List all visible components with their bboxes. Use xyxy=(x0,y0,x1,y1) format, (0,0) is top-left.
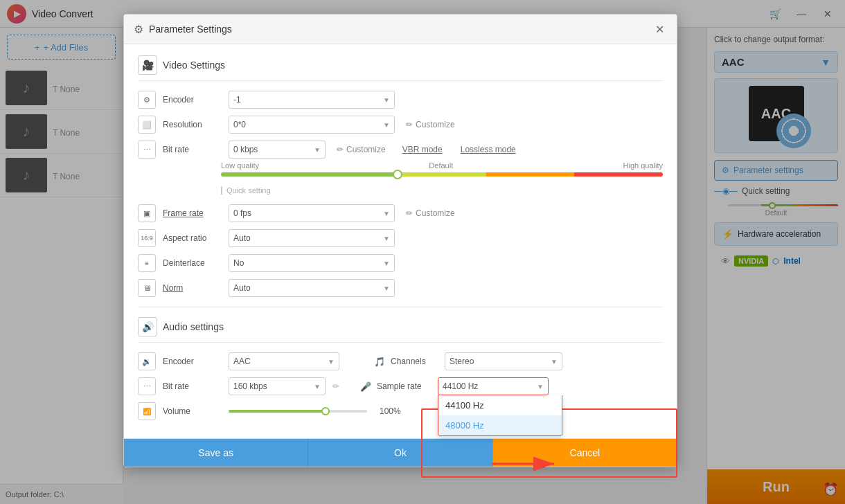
volume-label: Volume xyxy=(163,406,222,416)
audio-bitrate-row: ⋯ Bit rate 160 kbps ▼ ✏ 🎤 Sample rate 44… xyxy=(138,377,663,395)
norm-select[interactable]: Auto ▼ xyxy=(229,279,395,297)
bitrate-edit-icon[interactable]: ✏ xyxy=(332,381,339,391)
audio-encoder-label: Encoder xyxy=(163,357,222,366)
bitrate-select[interactable]: 0 kbps ▼ xyxy=(229,141,326,159)
audio-encoder-dropdown-icon: ▼ xyxy=(328,358,335,366)
volume-row: 📶 Volume 100% xyxy=(138,402,663,420)
audio-encoder-value: AAC xyxy=(233,357,251,366)
dialog-footer: Save as Ok Cancel xyxy=(124,438,677,467)
resolution-dropdown-icon: ▼ xyxy=(383,121,390,129)
aspect-ratio-icon: 16:9 xyxy=(138,229,156,247)
bitrate-label: Bit rate xyxy=(163,145,222,154)
deinterlace-row: ≡ Deinterlace No ▼ xyxy=(138,254,663,272)
frame-rate-icon: ▣ xyxy=(138,204,156,222)
resolution-label: Resolution xyxy=(163,120,222,129)
cancel-button[interactable]: Cancel xyxy=(492,439,677,467)
encoder-label: Encoder xyxy=(163,95,222,105)
quality-slider-container: Low quality Default High quality xyxy=(221,161,663,177)
customize-label: Customize xyxy=(416,120,455,129)
default-quality-label: Default xyxy=(429,161,453,170)
frame-rate-dropdown-icon: ▼ xyxy=(383,210,390,217)
video-settings-icon: 🎥 xyxy=(138,55,157,75)
bitrate-value: 0 kbps xyxy=(233,145,258,154)
bitrate-customize-button[interactable]: ✏ Customize xyxy=(332,143,390,156)
frame-rate-customize-button[interactable]: ✏ Customize xyxy=(402,206,459,220)
audio-encoder-row: 🔉 Encoder AAC ▼ 🎵 Channels Stereo ▼ xyxy=(138,352,663,370)
vbr-mode-button[interactable]: VBR mode xyxy=(397,143,448,156)
aspect-ratio-dropdown-icon: ▼ xyxy=(383,235,390,242)
audio-settings-icon: 🔊 xyxy=(138,317,157,336)
quality-labels: Low quality Default High quality xyxy=(221,161,663,170)
section-divider xyxy=(138,307,663,307)
frame-rate-label[interactable]: Frame rate xyxy=(163,208,222,218)
dialog-body: 🎥 Video Settings ⚙ Encoder -1 ▼ ⬜ Resolu… xyxy=(124,44,677,438)
audio-bitrate-dropdown-icon: ▼ xyxy=(314,383,321,390)
resolution-customize-button[interactable]: ✏ Customize xyxy=(402,118,459,132)
encoder-select[interactable]: -1 ▼ xyxy=(229,91,395,109)
video-settings-header: 🎥 Video Settings xyxy=(138,55,663,81)
frame-rate-customize-icon: ✏ xyxy=(406,208,413,218)
quality-thumb xyxy=(393,170,402,179)
channels-icon: 🎵 xyxy=(374,357,385,367)
volume-slider[interactable] xyxy=(229,410,367,413)
quick-setting-hint: Quick setting xyxy=(221,186,663,195)
sample-rate-option-44100[interactable]: 44100 Hz xyxy=(438,395,562,415)
ok-button[interactable]: Ok xyxy=(308,439,492,467)
aspect-ratio-row: 16:9 Aspect ratio Auto ▼ xyxy=(138,229,663,247)
audio-settings-header: 🔊 Audio settings xyxy=(138,317,663,343)
aspect-ratio-select[interactable]: Auto ▼ xyxy=(229,229,395,247)
bitrate-customize-icon: ✏ xyxy=(337,145,344,154)
encoder-dropdown-icon: ▼ xyxy=(383,96,390,104)
sample-rate-option-48000[interactable]: 48000 Hz xyxy=(438,415,562,435)
quick-setting-hint-text: Quick setting xyxy=(221,186,271,195)
save-as-button[interactable]: Save as xyxy=(124,439,308,467)
bitrate-customize-label: Customize xyxy=(346,145,386,154)
frame-rate-value: 0 fps xyxy=(233,208,251,218)
sample-rate-group: 🎤 Sample rate 44100 Hz ▼ 44100 Hz 48000 … xyxy=(360,377,549,395)
deinterlace-dropdown-icon: ▼ xyxy=(383,260,390,267)
norm-dropdown-icon: ▼ xyxy=(383,285,390,292)
audio-bitrate-value: 160 kbps xyxy=(233,381,267,391)
volume-value: 100% xyxy=(380,406,401,416)
sample-rate-label: Sample rate xyxy=(377,381,432,391)
customize-icon: ✏ xyxy=(406,120,413,129)
norm-value: Auto xyxy=(233,283,251,293)
sample-rate-container: 44100 Hz ▼ 44100 Hz 48000 Hz xyxy=(438,377,549,395)
audio-encoder-select[interactable]: AAC ▼ xyxy=(229,352,339,370)
dialog-header: ⚙ Parameter Settings ✕ xyxy=(124,15,677,44)
dialog-header-icon: ⚙ xyxy=(134,23,143,36)
sample-rate-select[interactable]: 44100 Hz ▼ xyxy=(438,377,549,395)
resolution-select[interactable]: 0*0 ▼ xyxy=(229,116,395,134)
lossless-mode-button[interactable]: Lossless mode xyxy=(455,143,522,156)
audio-bitrate-select[interactable]: 160 kbps ▼ xyxy=(229,377,326,395)
norm-label[interactable]: Norm xyxy=(163,283,222,293)
bitrate-dropdown-icon: ▼ xyxy=(314,146,321,154)
channels-label: Channels xyxy=(391,357,439,366)
norm-row: 🖥 Norm Auto ▼ xyxy=(138,279,663,297)
parameter-settings-dialog: ⚙ Parameter Settings ✕ 🎥 Video Settings … xyxy=(123,14,677,467)
aspect-ratio-value: Auto xyxy=(233,233,251,243)
audio-encoder-icon: 🔉 xyxy=(138,352,156,370)
audio-bitrate-icon: ⋯ xyxy=(138,377,156,395)
audio-settings-title: Audio settings xyxy=(163,321,224,332)
sample-rate-dropdown-icon: ▼ xyxy=(537,383,544,390)
dialog-header-left: ⚙ Parameter Settings xyxy=(134,23,232,36)
dialog-close-button[interactable]: ✕ xyxy=(652,21,667,37)
channels-value: Stereo xyxy=(450,357,474,366)
frame-rate-row: ▣ Frame rate 0 fps ▼ ✏ Customize xyxy=(138,204,663,222)
deinterlace-select[interactable]: No ▼ xyxy=(229,254,395,272)
frame-rate-customize-label: Customize xyxy=(416,208,455,218)
volume-icon: 📶 xyxy=(138,402,156,420)
audio-bitrate-label: Bit rate xyxy=(163,381,222,391)
quality-track[interactable] xyxy=(221,172,663,177)
aspect-ratio-label: Aspect ratio xyxy=(163,233,222,243)
frame-rate-select[interactable]: 0 fps ▼ xyxy=(229,204,395,222)
bitrate-icon: ⋯ xyxy=(138,141,156,159)
sample-rate-value: 44100 Hz xyxy=(443,381,478,391)
sample-rate-mic-icon: 🎤 xyxy=(360,381,371,392)
channels-select[interactable]: Stereo ▼ xyxy=(445,352,562,370)
encoder-icon: ⚙ xyxy=(138,91,156,109)
deinterlace-value: No xyxy=(233,258,244,268)
encoder-value: -1 xyxy=(233,95,241,105)
norm-icon: 🖥 xyxy=(138,279,156,297)
